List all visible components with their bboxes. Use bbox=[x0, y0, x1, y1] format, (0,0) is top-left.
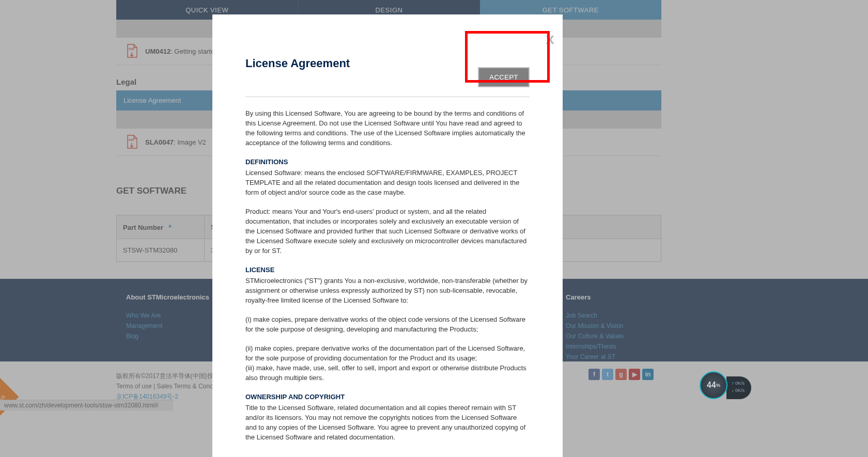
license-text: Product: means Your and Your's end-users… bbox=[245, 207, 530, 256]
license-intro: By using this Licensed Software, You are… bbox=[245, 108, 530, 148]
ownership-heading: OWNERSHIP AND COPYRIGHT bbox=[245, 392, 530, 402]
download-arrow-icon: ↓ bbox=[732, 388, 734, 393]
modal-body: By using this Licensed Software, You are… bbox=[245, 108, 530, 442]
definitions-heading: DEFINITIONS bbox=[245, 157, 530, 167]
close-icon[interactable]: x bbox=[546, 30, 554, 48]
license-text: STMicroelectronics ("ST") grants You a n… bbox=[245, 276, 530, 305]
license-modal: x License Agreement ACCEPT By using this… bbox=[212, 14, 563, 457]
license-text: Licensed Software: means the enclosed SO… bbox=[245, 168, 530, 197]
license-heading: LICENSE bbox=[245, 265, 530, 275]
license-text: (i) make copies, prepare derivative work… bbox=[245, 314, 530, 334]
network-monitor-widget[interactable]: 44% bbox=[700, 371, 727, 399]
accept-button[interactable]: ACCEPT bbox=[478, 67, 530, 87]
divider bbox=[245, 97, 530, 97]
upload-arrow-icon: ↑ bbox=[732, 381, 734, 386]
license-text: (ii) make copies, prepare derivative wor… bbox=[245, 343, 530, 363]
license-text: (iii) make, have made, use, sell, offer … bbox=[245, 363, 530, 383]
network-monitor-rates: ↑ 0K/s ↓ 0K/s bbox=[726, 376, 751, 399]
license-text: Title to the Licensed Software, related … bbox=[245, 403, 530, 442]
